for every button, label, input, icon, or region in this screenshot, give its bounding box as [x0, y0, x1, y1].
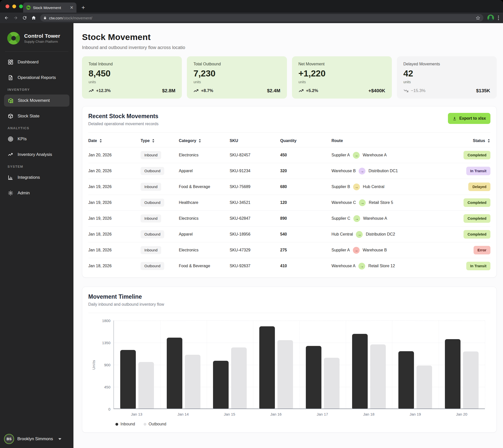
export-xlsx-button[interactable]: Export to xlsx	[448, 113, 490, 124]
table-row[interactable]: Jan 20, 2026OutboundApparelSKU-91234320W…	[88, 163, 490, 179]
sidebar-item-dashboard[interactable]: Dashboard	[4, 56, 69, 68]
cell-quantity: 410	[280, 264, 331, 268]
table-row[interactable]: Jan 20, 2026InboundElectronicsSKU-824574…	[88, 147, 490, 163]
cell-type: Inbound	[141, 151, 179, 159]
browser-toolbar: ctw.com/stock/movement/	[0, 13, 503, 23]
x-axis-labels: Jan 13Jan 14Jan 15Jan 16Jan 17Jan 18Jan …	[113, 412, 490, 416]
cell-status: Completed	[453, 198, 490, 207]
sidebar: Control Tower Supply Chain Platform Dash…	[0, 23, 73, 448]
maximize-window-button[interactable]	[19, 5, 23, 8]
status-badge: Completed	[464, 230, 490, 239]
cell-route: Supplier C→Warehouse A	[331, 215, 453, 222]
sidebar-item-kpis[interactable]: KPIs	[4, 133, 69, 145]
cell-type: Outbound	[141, 230, 179, 238]
column-label: Category	[179, 139, 196, 143]
home-icon[interactable]	[31, 15, 36, 20]
route-arrow-icon: →	[353, 247, 360, 254]
close-window-button[interactable]	[6, 5, 9, 8]
sidebar-item-integrations[interactable]: Integrations	[4, 171, 69, 184]
table-row[interactable]: Jan 18, 2026InboundElectronicsSKU-473292…	[88, 242, 490, 258]
url-domain: ctw.com	[49, 16, 63, 20]
kpi-unit: units	[403, 80, 490, 84]
browser-tab[interactable]: Stock Movement ✕	[23, 3, 76, 13]
table-row[interactable]: Jan 18, 2026OutboundApparelSKU-18956540H…	[88, 226, 490, 242]
cell-route: Warehouse A→Retail Store 12	[331, 263, 453, 270]
tab-close-icon[interactable]: ✕	[70, 5, 73, 10]
table-row[interactable]: Jan 19, 2026InboundElectronicsSKU-628478…	[88, 210, 490, 226]
route-origin: Warehouse A	[331, 264, 355, 268]
route-origin: Warehouse B	[331, 169, 356, 173]
reload-icon[interactable]	[22, 15, 27, 20]
chevron-down-icon	[58, 438, 61, 440]
cell-date: Jan 19, 2026	[88, 185, 141, 189]
bar-inbound-jan-18	[352, 334, 368, 409]
bookmark-star-icon[interactable]	[476, 16, 480, 20]
kpi-cards: Total Inbound8,450units+12.3%$2.8MTotal …	[82, 56, 497, 99]
bar-outbound-jan-13	[138, 362, 154, 409]
cell-category: Healthcare	[179, 200, 230, 205]
cell-route: Supplier A→Warehouse A	[331, 152, 453, 159]
cell-sku: SKU-47329	[230, 248, 280, 252]
sidebar-section-inventory: INVENTORY	[4, 88, 69, 92]
trend-up-icon	[89, 88, 94, 93]
route-origin: Hub Central	[331, 232, 353, 237]
browser-menu-icon[interactable]	[498, 16, 499, 20]
minimize-window-button[interactable]	[12, 5, 16, 8]
table-row[interactable]: Jan 18, 2026OutboundFood & BeverageSKU-9…	[88, 258, 490, 274]
route-arrow-icon: →	[356, 231, 363, 238]
browser-profile-avatar[interactable]	[487, 15, 494, 21]
status-badge: In Transit	[466, 167, 490, 175]
user-avatar: BS	[4, 434, 14, 444]
sidebar-item-stock-movement[interactable]: Stock Movement	[4, 95, 69, 107]
sidebar-item-stock-state[interactable]: Stock State	[4, 110, 69, 122]
user-menu[interactable]: BS Brooklyn Simmons	[4, 434, 61, 444]
column-header-category[interactable]: Category	[179, 139, 230, 143]
cell-date: Jan 20, 2026	[88, 153, 141, 157]
cell-category: Electronics	[179, 216, 230, 221]
table-row[interactable]: Jan 19, 2026InboundFood & BeverageSKU-75…	[88, 179, 490, 195]
kpi-trend: +12.3%	[89, 88, 111, 93]
x-tick-label: Jan 13	[113, 412, 160, 416]
cell-category: Food & Beverage	[179, 185, 230, 189]
forward-icon[interactable]	[13, 15, 18, 20]
table-row[interactable]: Jan 19, 2026OutboundHealthcareSKU-345211…	[88, 195, 490, 210]
sidebar-item-inventory-analysis[interactable]: Inventory Analysis	[4, 149, 69, 161]
trend-up-icon	[299, 88, 304, 93]
kpi-amount: $2.8M	[162, 88, 175, 94]
target-icon	[8, 136, 14, 142]
bar-inbound-jan-16	[259, 326, 275, 409]
bar-outbound-jan-18	[370, 344, 386, 409]
sidebar-nav: Dashboard Operational Reports INVENTORY …	[0, 52, 73, 199]
cell-status: Delayed	[453, 183, 490, 191]
route-destination: Hub Central	[363, 185, 384, 189]
column-header-status[interactable]: Status	[453, 139, 490, 143]
y-axis: Units 045090013501800	[88, 321, 113, 409]
type-badge: Inbound	[141, 183, 161, 191]
kpi-label: Delayed Movements	[403, 62, 490, 66]
x-tick-label: Jan 15	[206, 412, 253, 416]
window-controls[interactable]	[6, 5, 23, 8]
document-icon	[8, 75, 14, 81]
type-badge: Inbound	[141, 214, 161, 222]
bar-group-jan-16	[253, 321, 299, 409]
new-tab-button[interactable]: +	[81, 5, 85, 11]
bar-inbound-jan-20	[445, 339, 460, 409]
page-subtitle: Inbound and outbound inventory flow acro…	[82, 45, 497, 50]
y-tick-label: 1800	[102, 319, 110, 323]
sidebar-item-operational-reports[interactable]: Operational Reports	[4, 72, 69, 84]
column-header-type[interactable]: Type	[141, 139, 179, 143]
url-path: /stock/movement/	[63, 16, 92, 20]
sidebar-item-admin[interactable]: Admin	[4, 187, 69, 199]
sort-icon	[152, 139, 155, 143]
back-icon[interactable]	[4, 15, 9, 20]
bar-inbound-jan-17	[306, 346, 321, 409]
url-bar[interactable]: ctw.com/stock/movement/	[40, 14, 483, 22]
column-header-date[interactable]: Date	[88, 139, 141, 143]
kpi-value: 42	[403, 68, 490, 78]
page-title: Stock Movement	[82, 32, 497, 42]
sidebar-item-label: Integrations	[18, 175, 40, 180]
bar-group-jan-20	[439, 321, 485, 409]
route-destination: Distribution DC1	[368, 169, 398, 173]
legend-item-outbound: Outbound	[144, 422, 166, 426]
route-arrow-icon: →	[359, 199, 366, 206]
